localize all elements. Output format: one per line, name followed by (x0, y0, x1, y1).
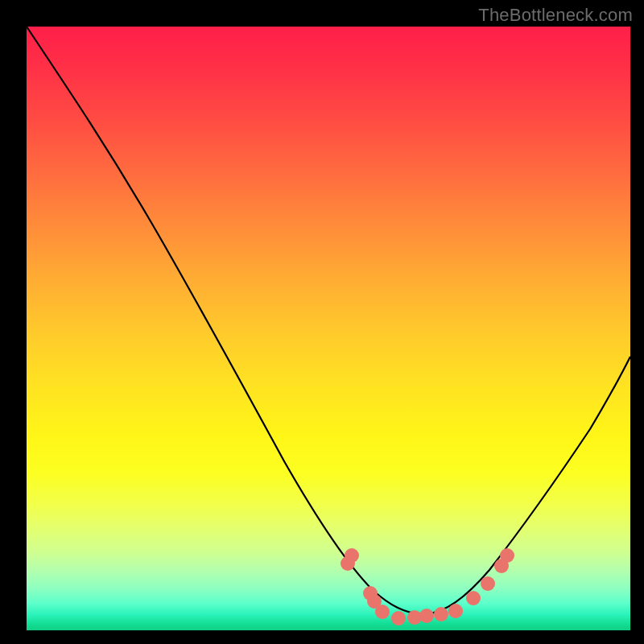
curve-marker (466, 591, 481, 605)
curve-marker (434, 607, 448, 621)
curve-marker (391, 611, 406, 625)
curve-marker (448, 604, 463, 618)
curve-layer (27, 27, 630, 630)
plot-area (27, 27, 630, 630)
bottleneck-curve (27, 27, 630, 614)
marker-group (341, 548, 514, 625)
curve-marker (481, 576, 495, 591)
chart-frame: TheBottleneck.com (0, 0, 644, 644)
watermark-text: TheBottleneck.com (478, 5, 633, 26)
curve-marker (375, 605, 390, 619)
curve-marker (419, 609, 434, 623)
curve-marker (345, 548, 359, 563)
curve-marker (500, 548, 514, 563)
